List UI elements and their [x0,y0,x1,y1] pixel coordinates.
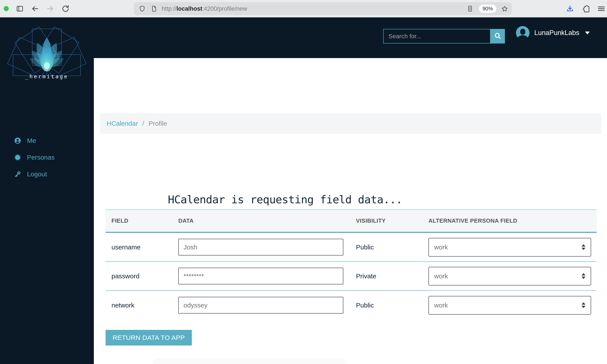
field-name-label: password [106,273,177,280]
sidebar-item-personas[interactable]: Personas [0,153,94,162]
burst-icon [14,154,21,161]
field-table: FIELD DATA VISIBILITY ALTERNATIVE PERSON… [106,209,596,320]
forward-icon [46,5,55,13]
reload-icon[interactable] [61,5,70,13]
page-title: HCalendar is requesting field data... [168,193,402,206]
zoom-level-badge[interactable]: 90% [479,5,497,13]
key-icon [14,170,21,178]
search-bar [383,29,505,43]
url-bar[interactable]: http://localhost:4200/profile/new 90% [134,2,512,15]
reader-mode-icon[interactable] [467,5,473,12]
search-icon [494,32,502,40]
alt-persona-select-value: work [434,244,448,251]
data-input-password[interactable] [178,268,343,285]
search-input[interactable] [383,29,491,43]
column-header-field: FIELD [106,217,177,224]
select-updown-icon [581,273,585,279]
table-row-password: password Private work [106,262,596,291]
user-menu[interactable]: LunaPunkLabs [516,26,590,39]
column-header-data: DATA [177,217,354,224]
search-button[interactable] [491,29,505,43]
column-header-alt-persona: ALTERNATIVE PERSONA FIELD [428,217,596,224]
sidebar: _hermitage Me Personas Logout [0,17,94,364]
main-content: HCalendar / Profile HCalendar is request… [94,58,607,364]
return-data-button[interactable]: RETURN DATA TO APP [106,330,192,346]
visibility-value: Private [354,273,428,280]
table-row-network: network Public work [106,291,596,320]
url-path: :4200/profile/new [202,5,247,12]
alt-persona-select-value: work [434,302,448,309]
url-prefix: http:// [162,5,177,12]
sidebar-nav: Me Personas Logout [0,136,94,179]
alt-persona-select-network[interactable]: work [428,296,591,315]
sidebar-toggle-icon[interactable] [16,5,24,13]
alt-persona-select-password[interactable]: work [428,267,591,286]
user-name: LunaPunkLabs [534,29,579,37]
logo-text: _hermitage [25,74,68,79]
browser-toolbar: http://localhost:4200/profile/new 90% [0,0,607,17]
breadcrumb: HCalendar / Profile [100,113,601,134]
bottom-watermark [153,358,346,364]
alt-persona-select-username[interactable]: work [428,238,591,257]
downloads-icon[interactable] [566,4,574,13]
chevron-down-icon [585,32,590,34]
select-updown-icon [581,244,585,250]
sidebar-item-logout[interactable]: Logout [0,169,94,179]
person-icon [14,137,21,144]
sidebar-item-me[interactable]: Me [0,136,94,145]
screen: http://localhost:4200/profile/new 90% [0,0,607,364]
hermitage-logo: _hermitage [7,24,87,83]
table-header-row: FIELD DATA VISIBILITY ALTERNATIVE PERSON… [106,209,596,233]
url-host: localhost [177,5,203,12]
visibility-value: Public [354,302,428,309]
sidebar-item-label: Personas [27,154,55,161]
menu-hamburger-icon[interactable] [597,4,606,13]
page-icon[interactable] [151,5,157,12]
url-text[interactable]: http://localhost:4200/profile/new [162,2,247,15]
data-input-network[interactable] [178,297,343,313]
shield-icon[interactable] [139,5,146,12]
breadcrumb-current-page: Profile [149,120,167,127]
back-icon[interactable] [31,5,39,13]
avatar [516,26,529,39]
visibility-value: Public [354,244,428,251]
window-close-button[interactable] [4,6,9,11]
extensions-puzzle-icon[interactable] [582,4,591,13]
field-name-label: username [106,244,177,251]
data-input-username[interactable] [178,239,343,256]
column-header-visibility: VISIBILITY [354,217,428,224]
breadcrumb-link-hcalendar[interactable]: HCalendar [107,120,138,127]
alt-persona-select-value: work [434,273,448,280]
select-updown-icon [581,302,585,308]
sidebar-item-label: Me [27,137,36,144]
field-name-label: network [106,302,177,309]
sidebar-item-label: Logout [27,170,47,178]
breadcrumb-separator: / [142,120,144,127]
bookmark-star-icon[interactable] [501,5,508,12]
table-row-username: username Public work [106,233,596,262]
